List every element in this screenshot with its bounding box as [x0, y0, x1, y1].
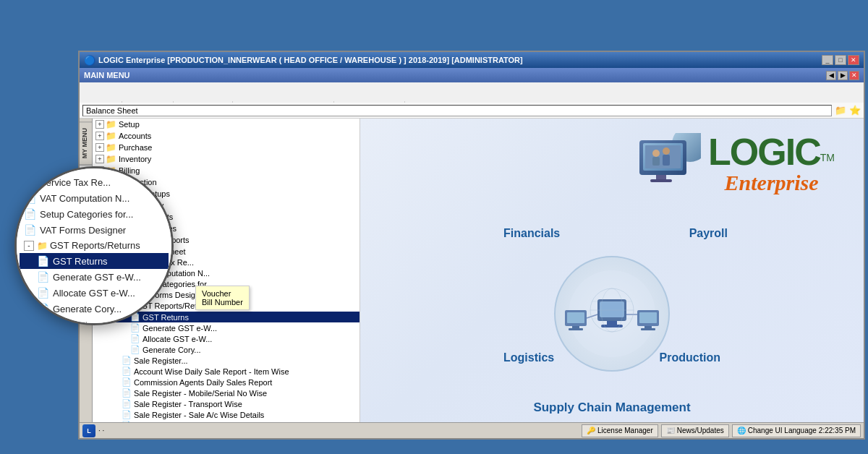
supply-chain-label: Supply Chain Management — [533, 401, 690, 415]
mag-doc-icon-service-tax: 📄 — [24, 176, 36, 188]
mag-item-setup-cat[interactable]: 📄 Setup Categories for... — [20, 206, 169, 222]
mag-item-gst-returns[interactable]: 📄 GST Returns — [20, 253, 169, 269]
panel-title-bar: MAIN MENU ◀ ▶ ✕ — [80, 68, 864, 82]
hub-label-logistics[interactable]: Logistics — [503, 351, 554, 364]
sidebar-tab-my-menu[interactable]: MY MENU — [80, 121, 93, 165]
expand-setup[interactable]: + — [95, 120, 104, 129]
panel-expand[interactable]: ▶ — [838, 71, 848, 80]
maximize-button[interactable]: □ — [835, 55, 846, 65]
tree-item-sale-register-transport[interactable]: 📄 Sale Register - Transport Wise — [93, 398, 359, 409]
news-icon: 📰 — [666, 427, 675, 434]
language-icon: 🌐 — [737, 427, 746, 434]
person1-body — [652, 157, 660, 166]
license-manager-status[interactable]: 🔑 License Manager — [582, 424, 658, 437]
monitor-svg — [636, 133, 701, 187]
address-bar: 📁 ⭐ — [80, 103, 864, 119]
doc-icon-account-wise-daily: 📄 — [122, 367, 132, 376]
folder-icon: 📁 — [835, 105, 846, 116]
logic-text-area: LOGICTM — [708, 133, 835, 171]
close-button[interactable]: ✕ — [848, 55, 859, 65]
voucher-popup-line1: Voucher — [202, 289, 243, 298]
mag-doc-icon-allocate-gst: 📄 — [37, 287, 49, 299]
mag-doc-icon-gst-returns: 📄 — [37, 255, 49, 267]
panel-title: MAIN MENU — [84, 71, 130, 80]
svg-rect-6 — [567, 312, 584, 323]
status-bar: L · · 🔑 License Manager 📰 News/Updates 🌐… — [80, 422, 864, 438]
voucher-popup-line2: Bill Number — [202, 298, 243, 307]
mag-doc-icon-vat: 📄 — [24, 192, 36, 204]
tree-item-sale-register[interactable]: 📄 Sale Register... — [93, 355, 359, 366]
window-title: LOGIC Enterprise [PRODUCTION_INNERWEAR (… — [98, 56, 523, 64]
tree-item-generate-gst[interactable]: 📄 Generate GST e-W... — [93, 322, 359, 333]
mag-item-vat[interactable]: 📄 VAT Computation N... — [20, 190, 169, 206]
expand-inventory[interactable]: + — [95, 155, 104, 163]
mag-expand-gst[interactable]: - — [24, 241, 34, 251]
enterprise-text: Enterprise — [725, 171, 819, 195]
monitor-base — [650, 179, 672, 182]
doc-icon-sale-register-mobile: 📄 — [122, 388, 132, 398]
main-window: 🔵 LOGIC Enterprise [PRODUCTION_INNERWEAR… — [78, 51, 865, 440]
content-area: MY MENU FAVORITES + 📁 Setup + 📁 Accounts… — [80, 119, 864, 422]
doc-icon-allocate-gst: 📄 — [130, 334, 140, 343]
expand-accounts[interactable]: + — [95, 132, 104, 140]
doc-icon-sale-register: 📄 — [122, 356, 132, 365]
change-language-status[interactable]: 🌐 Change UI Language 2:22:35 PM — [732, 424, 861, 437]
mag-doc-icon-setup-cat: 📄 — [24, 208, 36, 220]
hub-diagram: Financials Payroll Logistics Production — [489, 205, 735, 422]
tree-item-purchase[interactable]: + 📁 Purchase — [93, 142, 359, 153]
mag-folder-gst: 📁 — [37, 241, 48, 251]
magnifier-content: 📄 Service Tax Re... 📄 VAT Computation N.… — [17, 168, 171, 323]
logic-brand-text: LOGIC — [708, 131, 820, 173]
tree-item-account-wise-daily[interactable]: 📄 Account Wise Daily Sale Report - Item … — [93, 366, 359, 377]
hub-label-production[interactable]: Production — [660, 351, 720, 364]
window-controls: _ □ ✕ — [822, 55, 859, 65]
monitor-area — [636, 133, 701, 189]
tree-item-setup[interactable]: + 📁 Setup — [93, 119, 359, 130]
expand-purchase[interactable]: + — [95, 143, 104, 152]
status-dots: · · — [98, 427, 104, 434]
folder-icon-inventory: 📁 — [106, 154, 116, 164]
mag-item-allocate-gst[interactable]: 📄 Allocate GST e-W... — [20, 285, 169, 301]
news-updates-status[interactable]: 📰 News/Updates — [661, 424, 729, 437]
tree-item-sale-register-ac[interactable]: 📄 Sale Register - Sale A/c Wise Details — [93, 409, 359, 420]
panel-minimize[interactable]: ◀ — [826, 71, 836, 80]
person2-head — [663, 147, 670, 155]
folder-icon-setup: 📁 — [106, 119, 116, 129]
hub-label-financials[interactable]: Financials — [503, 227, 560, 240]
tree-item-generate-copy[interactable]: 📄 Generate Cory... — [93, 344, 359, 355]
mag-item-vat-forms[interactable]: 📄 VAT Forms Designer — [20, 222, 169, 238]
address-input[interactable] — [82, 105, 832, 116]
tree-item-accounts[interactable]: + 📁 Accounts — [93, 130, 359, 142]
doc-icon-sale-register-transport: 📄 — [122, 399, 132, 408]
doc-icon-generate-gst: 📄 — [130, 323, 140, 333]
mag-item-generate-gst[interactable]: 📄 Generate GST e-W... — [20, 269, 169, 285]
mag-doc-icon-generate-copy: 📄 — [37, 303, 49, 314]
mag-item-generate-copy[interactable]: 📄 Generate Cory... — [20, 301, 169, 317]
hub-center-circle — [554, 256, 670, 372]
person2-body — [663, 155, 670, 166]
status-logo: L — [82, 424, 95, 437]
doc-icon-commission-agents: 📄 — [122, 377, 132, 387]
tree-item-inventory[interactable]: + 📁 Inventory — [93, 153, 359, 165]
folder-icon-accounts: 📁 — [106, 131, 116, 141]
svg-rect-8 — [569, 328, 583, 330]
address-icons: 📁 ⭐ — [835, 105, 861, 116]
magnifier-overlay: 📄 Service Tax Re... 📄 VAT Computation N.… — [14, 166, 174, 325]
main-content: LOGICTM Enterprise Financials Payroll Lo… — [360, 119, 864, 422]
svg-rect-10 — [639, 312, 657, 323]
tree-item-allocate-gst[interactable]: 📄 Allocate GST e-W... — [93, 333, 359, 344]
svg-rect-2 — [600, 301, 624, 317]
voucher-popup: Voucher Bill Number — [195, 286, 250, 310]
mag-item-gst-reports[interactable]: - 📁 GST Reports/Returns — [20, 238, 169, 253]
minimize-button[interactable]: _ — [822, 55, 833, 65]
panel-close[interactable]: ✕ — [849, 71, 859, 80]
mag-item-service-tax[interactable]: 📄 Service Tax Re... — [20, 174, 169, 190]
svg-rect-12 — [641, 328, 655, 330]
brand-area: LOGICTM Enterprise — [636, 133, 835, 195]
hub-label-payroll[interactable]: Payroll — [689, 227, 728, 240]
tree-item-commission-agents[interactable]: 📄 Commission Agents Daily Sales Report — [93, 377, 359, 387]
title-bar: 🔵 LOGIC Enterprise [PRODUCTION_INNERWEAR… — [80, 52, 864, 68]
folder-icon-purchase: 📁 — [106, 142, 116, 153]
doc-icon-generate-copy: 📄 — [130, 345, 140, 354]
tree-item-sale-register-mobile[interactable]: 📄 Sale Register - Mobile/Serial No Wise — [93, 387, 359, 398]
